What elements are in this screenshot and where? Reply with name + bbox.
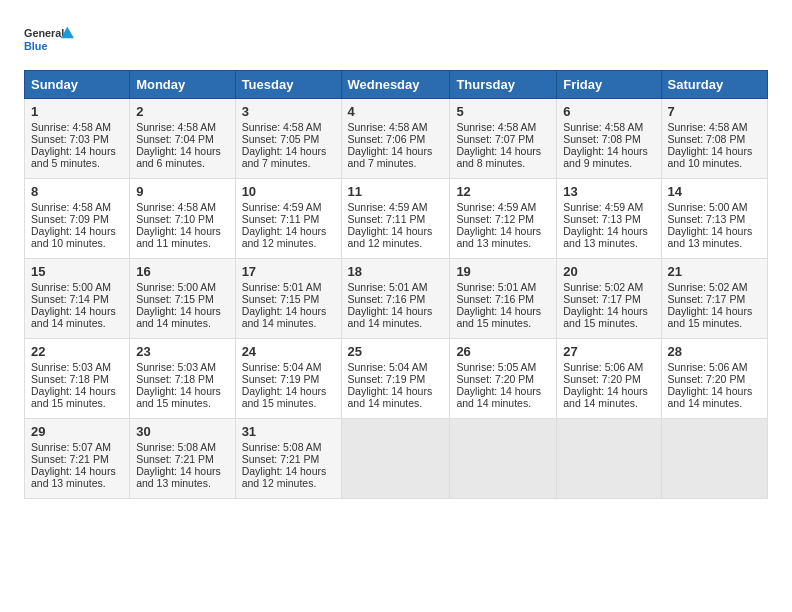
header-thursday: Thursday bbox=[450, 71, 557, 99]
header-saturday: Saturday bbox=[661, 71, 768, 99]
calendar-cell bbox=[557, 419, 661, 499]
calendar-cell: 13Sunrise: 4:59 AMSunset: 7:13 PMDayligh… bbox=[557, 179, 661, 259]
day-number: 8 bbox=[31, 184, 123, 199]
day-number: 19 bbox=[456, 264, 550, 279]
calendar-week-row: 15Sunrise: 5:00 AMSunset: 7:14 PMDayligh… bbox=[25, 259, 768, 339]
calendar-cell bbox=[450, 419, 557, 499]
calendar-cell: 9Sunrise: 4:58 AMSunset: 7:10 PMDaylight… bbox=[130, 179, 235, 259]
calendar-cell: 18Sunrise: 5:01 AMSunset: 7:16 PMDayligh… bbox=[341, 259, 450, 339]
day-number: 15 bbox=[31, 264, 123, 279]
day-number: 3 bbox=[242, 104, 335, 119]
day-number: 18 bbox=[348, 264, 444, 279]
logo: General Blue bbox=[24, 20, 74, 60]
calendar-cell: 21Sunrise: 5:02 AMSunset: 7:17 PMDayligh… bbox=[661, 259, 768, 339]
day-number: 22 bbox=[31, 344, 123, 359]
calendar-header-row: SundayMondayTuesdayWednesdayThursdayFrid… bbox=[25, 71, 768, 99]
day-number: 20 bbox=[563, 264, 654, 279]
calendar-cell: 16Sunrise: 5:00 AMSunset: 7:15 PMDayligh… bbox=[130, 259, 235, 339]
calendar-cell: 15Sunrise: 5:00 AMSunset: 7:14 PMDayligh… bbox=[25, 259, 130, 339]
calendar-table: SundayMondayTuesdayWednesdayThursdayFrid… bbox=[24, 70, 768, 499]
calendar-cell: 10Sunrise: 4:59 AMSunset: 7:11 PMDayligh… bbox=[235, 179, 341, 259]
header-monday: Monday bbox=[130, 71, 235, 99]
calendar-cell: 30Sunrise: 5:08 AMSunset: 7:21 PMDayligh… bbox=[130, 419, 235, 499]
calendar-cell bbox=[661, 419, 768, 499]
calendar-cell: 7Sunrise: 4:58 AMSunset: 7:08 PMDaylight… bbox=[661, 99, 768, 179]
day-number: 6 bbox=[563, 104, 654, 119]
calendar-cell: 24Sunrise: 5:04 AMSunset: 7:19 PMDayligh… bbox=[235, 339, 341, 419]
svg-text:General: General bbox=[24, 27, 64, 39]
calendar-cell: 20Sunrise: 5:02 AMSunset: 7:17 PMDayligh… bbox=[557, 259, 661, 339]
day-number: 29 bbox=[31, 424, 123, 439]
calendar-cell: 14Sunrise: 5:00 AMSunset: 7:13 PMDayligh… bbox=[661, 179, 768, 259]
day-number: 1 bbox=[31, 104, 123, 119]
calendar-cell: 23Sunrise: 5:03 AMSunset: 7:18 PMDayligh… bbox=[130, 339, 235, 419]
day-number: 30 bbox=[136, 424, 228, 439]
calendar-cell: 1Sunrise: 4:58 AMSunset: 7:03 PMDaylight… bbox=[25, 99, 130, 179]
calendar-cell: 12Sunrise: 4:59 AMSunset: 7:12 PMDayligh… bbox=[450, 179, 557, 259]
calendar-cell: 2Sunrise: 4:58 AMSunset: 7:04 PMDaylight… bbox=[130, 99, 235, 179]
day-number: 5 bbox=[456, 104, 550, 119]
day-number: 7 bbox=[668, 104, 762, 119]
header-wednesday: Wednesday bbox=[341, 71, 450, 99]
calendar-cell bbox=[341, 419, 450, 499]
calendar-week-row: 29Sunrise: 5:07 AMSunset: 7:21 PMDayligh… bbox=[25, 419, 768, 499]
calendar-cell: 31Sunrise: 5:08 AMSunset: 7:21 PMDayligh… bbox=[235, 419, 341, 499]
day-number: 25 bbox=[348, 344, 444, 359]
day-number: 26 bbox=[456, 344, 550, 359]
header-sunday: Sunday bbox=[25, 71, 130, 99]
calendar-week-row: 22Sunrise: 5:03 AMSunset: 7:18 PMDayligh… bbox=[25, 339, 768, 419]
calendar-week-row: 8Sunrise: 4:58 AMSunset: 7:09 PMDaylight… bbox=[25, 179, 768, 259]
header-tuesday: Tuesday bbox=[235, 71, 341, 99]
calendar-cell: 29Sunrise: 5:07 AMSunset: 7:21 PMDayligh… bbox=[25, 419, 130, 499]
logo-svg: General Blue bbox=[24, 20, 74, 60]
day-number: 16 bbox=[136, 264, 228, 279]
day-number: 14 bbox=[668, 184, 762, 199]
day-number: 4 bbox=[348, 104, 444, 119]
day-number: 21 bbox=[668, 264, 762, 279]
calendar-cell: 4Sunrise: 4:58 AMSunset: 7:06 PMDaylight… bbox=[341, 99, 450, 179]
calendar-cell: 28Sunrise: 5:06 AMSunset: 7:20 PMDayligh… bbox=[661, 339, 768, 419]
day-number: 28 bbox=[668, 344, 762, 359]
calendar-cell: 3Sunrise: 4:58 AMSunset: 7:05 PMDaylight… bbox=[235, 99, 341, 179]
header-friday: Friday bbox=[557, 71, 661, 99]
calendar-cell: 5Sunrise: 4:58 AMSunset: 7:07 PMDaylight… bbox=[450, 99, 557, 179]
svg-text:Blue: Blue bbox=[24, 40, 47, 52]
calendar-cell: 11Sunrise: 4:59 AMSunset: 7:11 PMDayligh… bbox=[341, 179, 450, 259]
day-number: 11 bbox=[348, 184, 444, 199]
calendar-cell: 17Sunrise: 5:01 AMSunset: 7:15 PMDayligh… bbox=[235, 259, 341, 339]
calendar-cell: 22Sunrise: 5:03 AMSunset: 7:18 PMDayligh… bbox=[25, 339, 130, 419]
calendar-cell: 6Sunrise: 4:58 AMSunset: 7:08 PMDaylight… bbox=[557, 99, 661, 179]
day-number: 2 bbox=[136, 104, 228, 119]
day-number: 12 bbox=[456, 184, 550, 199]
day-number: 13 bbox=[563, 184, 654, 199]
day-number: 24 bbox=[242, 344, 335, 359]
calendar-week-row: 1Sunrise: 4:58 AMSunset: 7:03 PMDaylight… bbox=[25, 99, 768, 179]
calendar-cell: 26Sunrise: 5:05 AMSunset: 7:20 PMDayligh… bbox=[450, 339, 557, 419]
day-number: 27 bbox=[563, 344, 654, 359]
day-number: 10 bbox=[242, 184, 335, 199]
calendar-cell: 8Sunrise: 4:58 AMSunset: 7:09 PMDaylight… bbox=[25, 179, 130, 259]
calendar-cell: 19Sunrise: 5:01 AMSunset: 7:16 PMDayligh… bbox=[450, 259, 557, 339]
day-number: 23 bbox=[136, 344, 228, 359]
calendar-cell: 27Sunrise: 5:06 AMSunset: 7:20 PMDayligh… bbox=[557, 339, 661, 419]
day-number: 17 bbox=[242, 264, 335, 279]
day-number: 31 bbox=[242, 424, 335, 439]
calendar-cell: 25Sunrise: 5:04 AMSunset: 7:19 PMDayligh… bbox=[341, 339, 450, 419]
day-number: 9 bbox=[136, 184, 228, 199]
